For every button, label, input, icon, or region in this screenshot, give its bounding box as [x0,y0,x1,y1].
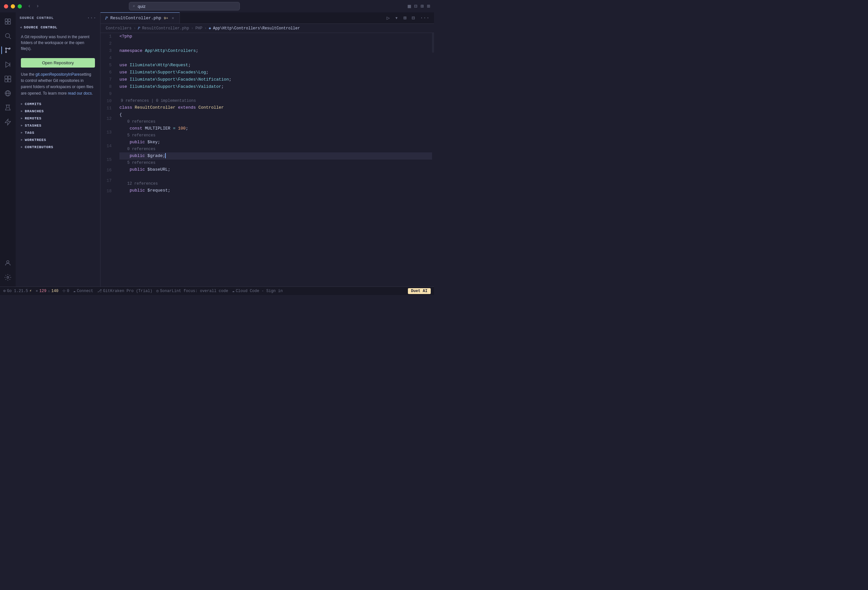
branches-header[interactable]: ▶ BRANCHES [16,108,100,115]
code-line-6: use Illuminate\Support\Facades\Log; [120,69,432,76]
svg-rect-2 [5,22,7,24]
run-icon[interactable]: ▷ [385,14,391,22]
line-num-18: 18 [106,187,112,195]
go-version-icon: ⚙ [3,289,6,294]
code-line-17: public $request; [120,187,432,194]
breadcrumb-sep-3: › [204,26,207,31]
sidebar-more-button[interactable]: ··· [87,15,96,21]
code-line-18 [120,194,432,201]
activity-settings[interactable] [1,271,14,284]
tab-badge: 9+ [164,16,168,20]
code-lines: <?php namespace App\Http\Controllers; us… [117,33,432,286]
tab-label: ResultController.php [110,16,161,21]
stashes-section: ▶ STASHES [16,122,100,129]
chevron-down-icon: ▼ [19,27,22,29]
open-repository-button[interactable]: Open Repository [21,58,95,68]
line-num-17: 17 [106,174,112,187]
breadcrumb-class[interactable]: App\Http\Controllers\ResultController [213,26,300,31]
source-control-section-header[interactable]: ▼ SOURCE CONTROL [16,24,100,31]
search-input[interactable] [138,4,236,9]
status-connect[interactable]: ☁ Connect [73,289,93,294]
activity-explorer[interactable] [1,15,14,28]
git-setting-text-before: Use the [21,72,35,77]
branches-section: ▶ BRANCHES [16,108,100,115]
remotes-section: ▶ REMOTES [16,115,100,122]
code-line-3: namespace App\Http\Controllers; [120,47,432,55]
hint-line-10: 9 references | 0 implementations [120,97,432,104]
status-errors[interactable]: ✕ 129 ⚠ 140 [35,289,58,294]
breadcrumb-file[interactable]: ResultController.php [142,26,189,31]
chevron-right-icon: ▶ [21,131,23,134]
activity-lightning[interactable] [1,115,14,128]
status-go-version[interactable]: ⚙ Go 1.21.5 ⚡ [3,289,32,294]
global-search-bar[interactable]: ⌕ [129,2,240,10]
customize-layout-icon[interactable]: ⊞ [427,3,430,9]
status-gitkraken[interactable]: ⎇ GitKraken Pro (Trial) [97,289,152,294]
maximize-button[interactable] [18,4,22,9]
sidebar-header: SOURCE CONTROL ··· [16,12,100,24]
forward-arrow[interactable]: › [34,3,41,10]
activity-testing[interactable] [1,101,14,114]
status-cloud-code[interactable]: ☁ Cloud Code - Sign in [232,289,283,294]
breadcrumb: Controllers › 𝑃 ResultController.php › P… [100,24,434,33]
remotes-header[interactable]: ▶ REMOTES [16,115,100,122]
line-num-14: 14 [106,139,112,153]
cloud-code-label: Cloud Code - Sign in [236,289,283,294]
line-num-5: 5 [106,62,112,69]
panel-layout-icon[interactable]: ⊞ [421,3,424,9]
breadcrumb-php[interactable]: PHP [195,26,203,31]
code-editor[interactable]: 1 2 3 4 5 6 7 8 9 10 11 12 13 14 15 16 1 [100,33,434,286]
run-dropdown-icon[interactable]: ▾ [394,14,399,22]
commits-header[interactable]: ▶ COMMITS [16,100,100,108]
stashes-header[interactable]: ▶ STASHES [16,122,100,129]
branches-label: BRANCHES [25,109,44,113]
status-connections[interactable]: ⊹ 0 [62,289,69,294]
tab-close-button[interactable]: ✕ [171,15,175,21]
editor-tab-result-controller[interactable]: 𝑃 ResultController.php 9+ ✕ [100,12,180,24]
more-actions-icon[interactable]: ··· [419,14,431,22]
activity-extensions[interactable] [1,72,14,86]
line-num-13: 13 [106,125,112,139]
activity-source-control[interactable] [1,44,14,57]
editor-area: 𝑃 ResultController.php 9+ ✕ ▷ ▾ ⊞ ⊟ ··· … [100,12,434,286]
split-editor-icon[interactable]: ⊟ [410,14,416,22]
chevron-right-icon: ▶ [21,145,23,149]
editor-layout-icon[interactable]: ⊟ [414,3,417,9]
svg-rect-3 [8,22,10,24]
svg-point-7 [9,48,10,49]
tags-header[interactable]: ▶ TAGS [16,129,100,136]
remotes-label: REMOTES [25,117,41,120]
code-line-9 [120,90,432,97]
worktrees-header[interactable]: ▶ WORKTREES [16,136,100,144]
open-in-browser-icon[interactable]: ⊞ [402,14,408,22]
status-sonarlint[interactable]: ◎ SonarLint focus: overall code [156,289,228,294]
duet-ai-button[interactable]: Duet AI [408,288,431,294]
breadcrumb-controllers[interactable]: Controllers [106,26,131,31]
minimize-button[interactable] [11,4,15,9]
commits-section: ▶ COMMITS [16,100,100,108]
contributors-header[interactable]: ▶ CONTRIBUTORS [16,144,100,151]
php-breadcrumb-icon: 𝑃 [138,26,140,31]
activity-remote[interactable] [1,87,14,100]
back-arrow[interactable]: ‹ [26,3,33,10]
search-icon: ⌕ [133,4,135,9]
gitkraken-label: GitKraken Pro (Trial) [103,289,152,294]
git-setting-link[interactable]: git.openRepositoryInPare [35,72,80,77]
connections-icon: ⊹ [62,289,66,294]
line-num-11: 11 [106,105,112,112]
sidebar-panel-title: SOURCE CONTROL [19,16,54,20]
code-line-7: use Illuminate\Support\Facades\Notificat… [120,76,432,83]
line-num-10: 10 [106,97,112,105]
activity-account[interactable] [1,257,14,270]
tags-section: ▶ TAGS [16,129,100,136]
svg-rect-14 [8,79,11,82]
activity-run[interactable] [1,58,14,71]
status-bar: ⚙ Go 1.21.5 ⚡ ✕ 129 ⚠ 140 ⊹ 0 ☁ Connect … [0,286,434,295]
read-our-docs-link[interactable]: read our docs [68,91,92,96]
close-button[interactable] [4,4,8,9]
cloud-code-icon: ☁ [232,289,234,294]
tags-label: TAGS [25,131,34,135]
activity-search[interactable] [1,30,14,43]
sidebar-toggle-icon[interactable]: ▦ [407,3,411,9]
code-line-4 [120,55,432,62]
